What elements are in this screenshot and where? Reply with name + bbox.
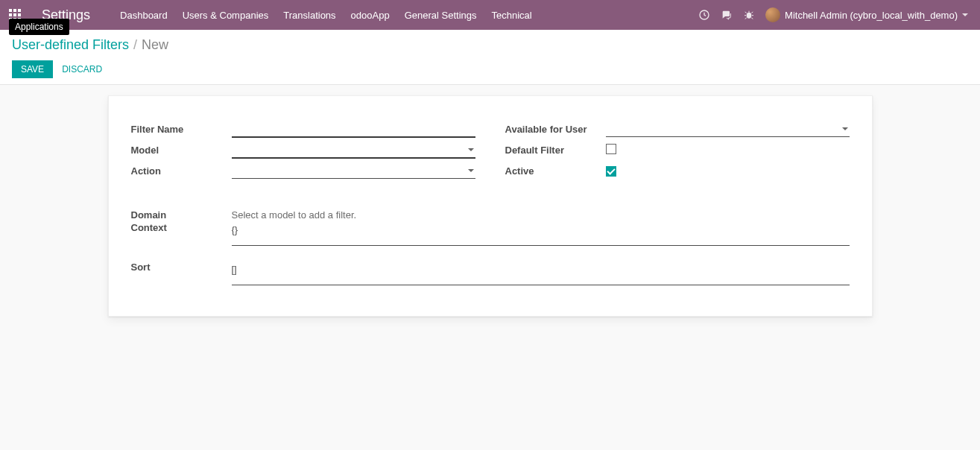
action-buttons: SAVE DISCARD [12,60,968,78]
nav-item-technical[interactable]: Technical [484,0,540,30]
available-user-select[interactable] [606,121,850,137]
breadcrumb-current: New [142,37,168,53]
nav-item-dashboard[interactable]: Dashboard [113,0,175,30]
domain-label: Domain [131,209,232,221]
context-label: Context [131,222,232,248]
active-checkbox[interactable] [606,166,616,177]
svg-point-1 [747,13,752,19]
nav-item-users-companies[interactable]: Users & Companies [175,0,276,30]
chevron-down-icon [468,169,474,172]
model-label: Model [131,145,232,156]
avatar [765,7,780,22]
activity-icon[interactable] [698,9,710,21]
top-navbar: Settings Dashboard Users & Companies Tra… [0,0,980,30]
nav-item-odooapp[interactable]: odooApp [344,0,397,30]
left-column: Filter Name Model Action [131,118,475,181]
sort-label: Sort [131,262,232,288]
user-name: Mitchell Admin (cybro_local_with_demo) [785,10,958,21]
breadcrumb: User-defined Filters / New [12,37,968,53]
nav-item-general-settings[interactable]: General Settings [397,0,484,30]
sort-input[interactable] [232,262,850,285]
nav-right: Mitchell Admin (cybro_local_with_demo) [698,7,968,22]
filter-name-input[interactable] [232,121,475,138]
available-user-label: Available for User [505,124,606,135]
default-filter-checkbox[interactable] [606,144,616,154]
action-label: Action [131,165,232,177]
discuss-icon[interactable] [721,9,733,21]
default-filter-label: Default Filter [505,145,606,156]
content-area: Filter Name Model Action [0,85,980,346]
chevron-down-icon [962,13,968,16]
control-panel: User-defined Filters / New SAVE DISCARD [0,30,980,85]
breadcrumb-separator: / [133,37,137,53]
chevron-down-icon [468,148,474,151]
form-columns: Filter Name Model Action [131,118,850,181]
breadcrumb-parent[interactable]: User-defined Filters [12,37,129,53]
form-sheet: Filter Name Model Action [108,95,873,317]
debug-icon[interactable] [743,9,755,21]
context-input[interactable] [232,222,850,246]
action-select[interactable] [232,162,475,179]
filter-name-label: Filter Name [131,124,232,135]
model-select[interactable] [232,142,475,159]
right-column: Available for User Default Filter Active [505,118,850,181]
user-menu[interactable]: Mitchell Admin (cybro_local_with_demo) [765,7,968,22]
nav-left: Settings Dashboard Users & Companies Tra… [0,0,540,30]
chevron-down-icon [842,127,848,130]
save-button[interactable]: SAVE [12,60,53,78]
domain-hint: Select a model to add a filter. [232,209,357,221]
active-label: Active [505,165,606,177]
discard-button[interactable]: DISCARD [53,60,111,78]
tooltip-applications: Applications [9,19,69,35]
nav-menu: Dashboard Users & Companies Translations… [113,0,540,30]
nav-item-translations[interactable]: Translations [276,0,343,30]
